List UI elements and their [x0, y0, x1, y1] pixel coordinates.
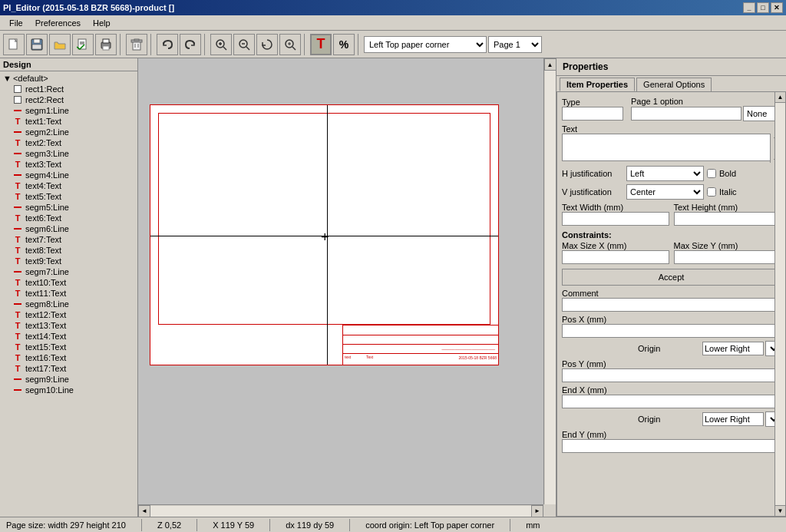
tree-item[interactable]: Ttext3:Text — [2, 159, 136, 170]
hjust-select[interactable]: Left Center Right — [626, 166, 704, 181]
posx-row: Pos X (mm) — [562, 315, 781, 338]
tree-item[interactable]: Ttext15:Text — [2, 342, 136, 352]
delete-button[interactable] — [126, 34, 147, 55]
scroll-corner — [543, 504, 556, 517]
props-scrollbar[interactable]: ▲ ▼ — [774, 92, 785, 516]
tab-item-properties[interactable]: Item Properties — [560, 78, 635, 91]
minimize-button[interactable]: _ — [743, 2, 755, 13]
posx-label: Pos X (mm) — [562, 315, 781, 324]
props-scroll-down[interactable]: ▼ — [775, 505, 785, 516]
bold-checkbox[interactable] — [707, 169, 716, 178]
save-button[interactable] — [72, 34, 94, 55]
menu-preferences[interactable]: Preferences — [29, 17, 87, 29]
toolbar: T % Left Top paper corner Page 1 — [0, 31, 786, 58]
svg-rect-10 — [133, 41, 140, 50]
zoom-out-button[interactable] — [233, 34, 255, 55]
tree-item[interactable]: Ttext13:Text — [2, 320, 136, 331]
save-disk-button[interactable] — [26, 34, 48, 55]
vjust-select[interactable]: Top Center Bottom — [626, 184, 704, 200]
tree-item[interactable]: Ttext4:Text — [2, 180, 136, 191]
tree-item[interactable]: segm7:Line — [2, 266, 136, 277]
max-size-x-input[interactable] — [562, 250, 669, 264]
rotate-button[interactable] — [256, 34, 278, 55]
origin-pos-input[interactable] — [702, 342, 764, 355]
main-layout: Design ▼ <default> rect1:Rectrect2:Rects… — [0, 58, 786, 517]
tree-item[interactable]: Ttext8:Text — [2, 245, 136, 256]
svg-rect-8 — [103, 39, 109, 43]
tree-item[interactable]: Ttext17:Text — [2, 363, 136, 374]
page-select[interactable]: Page 1 — [488, 36, 542, 53]
text-mode-button[interactable]: T — [310, 34, 332, 55]
text-textarea[interactable] — [562, 134, 781, 161]
scroll-right-button[interactable]: ► — [531, 505, 543, 517]
tab-general-options[interactable]: General Options — [636, 78, 712, 91]
paper-corner-select[interactable]: Left Top paper corner — [364, 36, 487, 53]
tree-item[interactable]: Ttext11:Text — [2, 288, 136, 299]
close-button[interactable]: ✕ — [771, 2, 783, 13]
italic-checkbox[interactable] — [707, 187, 716, 197]
tree-item[interactable]: Ttext9:Text — [2, 256, 136, 266]
accept-button[interactable]: Accept — [562, 269, 781, 286]
tree-item[interactable]: Ttext2:Text — [2, 137, 136, 148]
tree-item[interactable]: Ttext16:Text — [2, 352, 136, 363]
scroll-track-vertical[interactable] — [545, 71, 556, 504]
find-button[interactable] — [279, 34, 301, 55]
posy-label: Pos Y (mm) — [562, 359, 781, 368]
tree-item[interactable]: segm9:Line — [2, 374, 136, 385]
undo-button[interactable] — [157, 34, 178, 55]
horizontal-scrollbar[interactable]: ◄ ► — [138, 504, 543, 517]
origin-end-input[interactable] — [702, 412, 764, 426]
tree-item[interactable]: segm3:Line — [2, 148, 136, 159]
tree-root-label[interactable]: <default> — [13, 74, 48, 83]
text-height-label: Text Height (mm) — [674, 203, 781, 212]
posy-input[interactable] — [562, 368, 781, 382]
maximize-button[interactable]: □ — [757, 2, 769, 13]
tree-item[interactable]: Ttext6:Text — [2, 213, 136, 223]
tree-item[interactable]: rect1:Rect — [2, 84, 136, 94]
percent-mode-button[interactable]: % — [333, 34, 355, 55]
zoom-in-button[interactable] — [210, 34, 232, 55]
tree-item[interactable]: Ttext14:Text — [2, 331, 136, 342]
scroll-left-button[interactable]: ◄ — [138, 505, 150, 517]
props-scroll-track[interactable] — [775, 103, 785, 505]
tree-item[interactable]: segm1:Line — [2, 105, 136, 116]
redo-button[interactable] — [180, 34, 201, 55]
tree-item[interactable]: Ttext12:Text — [2, 309, 136, 320]
canvas-scroll-wrapper[interactable]: text Text _________________________ 2015… — [138, 58, 556, 517]
max-size-y-input[interactable] — [674, 250, 781, 264]
tree-item[interactable]: Ttext7:Text — [2, 234, 136, 245]
tree-item[interactable]: rect2:Rect — [2, 94, 136, 105]
vertical-scrollbar[interactable]: ▲ ▼ — [543, 58, 556, 517]
tree-item[interactable]: segm5:Line — [2, 202, 136, 213]
menu-help[interactable]: Help — [87, 17, 117, 29]
type-input[interactable] — [562, 107, 623, 121]
svg-line-18 — [223, 47, 226, 50]
open-button[interactable] — [49, 34, 71, 55]
text-dimensions-row: Text Width (mm) Text Height (mm) — [562, 203, 781, 226]
tree-root[interactable]: ▼ <default> — [2, 73, 136, 84]
tree-item[interactable]: Ttext5:Text — [2, 191, 136, 202]
endy-input[interactable] — [562, 439, 781, 453]
text-height-input[interactable] — [674, 212, 781, 226]
tree-item[interactable]: segm10:Line — [2, 385, 136, 395]
scroll-track-horizontal[interactable] — [150, 506, 531, 517]
tree-item[interactable]: segm2:Line — [2, 127, 136, 137]
separator-5 — [358, 34, 361, 55]
print-button[interactable] — [95, 34, 117, 55]
text-width-input[interactable] — [562, 212, 669, 226]
comment-input[interactable] — [562, 298, 781, 312]
tree-container[interactable]: ▼ <default> rect1:Rectrect2:Rectsegm1:Li… — [0, 71, 137, 517]
posx-input[interactable] — [562, 324, 781, 338]
tree-item[interactable]: Ttext10:Text — [2, 277, 136, 288]
tree-item[interactable]: segm6:Line — [2, 223, 136, 234]
scroll-up-button[interactable]: ▲ — [544, 58, 556, 71]
page1option-input[interactable] — [631, 107, 741, 121]
endx-input[interactable] — [562, 395, 781, 408]
menu-file[interactable]: File — [3, 17, 29, 29]
canvas-area: text Text _________________________ 2015… — [138, 58, 556, 517]
props-scroll-up[interactable]: ▲ — [775, 92, 785, 103]
tree-item[interactable]: segm4:Line — [2, 170, 136, 180]
tree-item[interactable]: segm8:Line — [2, 299, 136, 309]
new-button[interactable] — [3, 34, 25, 55]
tree-item[interactable]: Ttext1:Text — [2, 116, 136, 127]
